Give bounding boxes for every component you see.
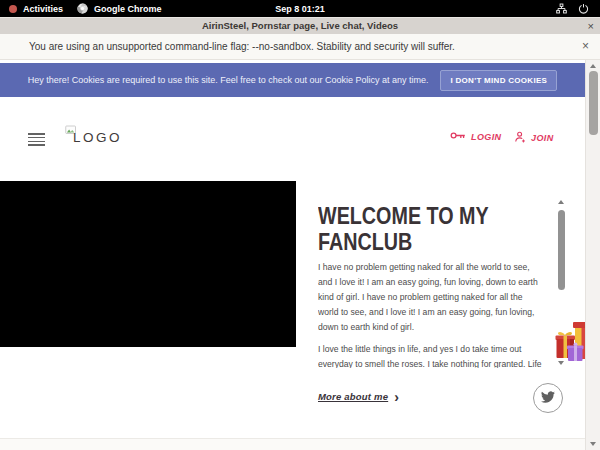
window-title: AirinSteel, Pornstar page, Live chat, Vi… — [0, 18, 600, 34]
power-icon[interactable] — [578, 3, 589, 14]
login-label: LOGIN — [471, 132, 502, 142]
gifts-decoration[interactable] — [555, 315, 585, 363]
cookie-banner: Hey there! Cookies are required to use t… — [0, 63, 585, 97]
gnome-top-bar: Activities Google Chrome Sep 8 01:21 — [0, 0, 600, 17]
about-paragraph: I have no problem getting naked for all … — [318, 260, 542, 335]
chrome-icon — [77, 3, 88, 14]
app-menu-button[interactable]: Google Chrome — [94, 4, 162, 14]
scroll-up-icon[interactable] — [558, 200, 564, 204]
page-scroll-up-icon[interactable] — [590, 64, 596, 68]
about-scrollbar-thumb[interactable] — [558, 210, 565, 290]
screen: Activities Google Chrome Sep 8 01:21 — [0, 0, 600, 450]
chrome-infobar: You are using an unsupported command-lin… — [0, 34, 600, 60]
media-player[interactable] — [0, 181, 296, 347]
system-tray — [556, 3, 589, 14]
menu-hamburger-button[interactable] — [28, 132, 46, 147]
join-button[interactable]: JOIN — [514, 131, 554, 145]
page-scrollbar[interactable] — [585, 60, 600, 450]
window-close-button[interactable]: × — [588, 18, 594, 34]
window-titlebar: AirinSteel, Pornstar page, Live chat, Vi… — [0, 17, 600, 34]
infobar-message: You are using an unsupported command-lin… — [29, 41, 455, 52]
infobar-close-button[interactable]: × — [582, 39, 589, 53]
more-about-me-link[interactable]: More about me › — [318, 391, 399, 402]
activities-indicator-icon — [9, 5, 17, 13]
page-title: WELCOME TO MY FANCLUB — [318, 204, 530, 256]
cookie-accept-button[interactable]: I DON'T MIND COOKIES — [440, 70, 557, 91]
more-about-me-label: More about me — [318, 391, 388, 402]
content-bottom-strip — [0, 438, 585, 450]
page-viewport: Hey there! Cookies are required to use t… — [0, 60, 585, 450]
cookie-message: Hey there! Cookies are required to use t… — [28, 75, 429, 85]
chevron-right-icon: › — [394, 392, 399, 402]
key-icon — [450, 131, 466, 142]
network-icon[interactable] — [556, 3, 567, 14]
join-label: JOIN — [531, 133, 554, 143]
twitter-icon — [541, 390, 555, 407]
add-user-icon — [514, 131, 526, 145]
logo-text: LOGO — [73, 130, 122, 145]
topbar-left: Activities Google Chrome — [0, 0, 162, 17]
login-button[interactable]: LOGIN — [450, 131, 502, 142]
page-scrollbar-thumb[interactable] — [589, 71, 598, 135]
activities-button[interactable]: Activities — [23, 4, 63, 14]
about-paragraph: I love the little things in life, and ye… — [318, 342, 542, 368]
about-text-box: I have no problem getting naked for all … — [318, 257, 542, 368]
twitter-button[interactable] — [533, 383, 563, 413]
page-scroll-down-icon[interactable] — [590, 442, 596, 446]
